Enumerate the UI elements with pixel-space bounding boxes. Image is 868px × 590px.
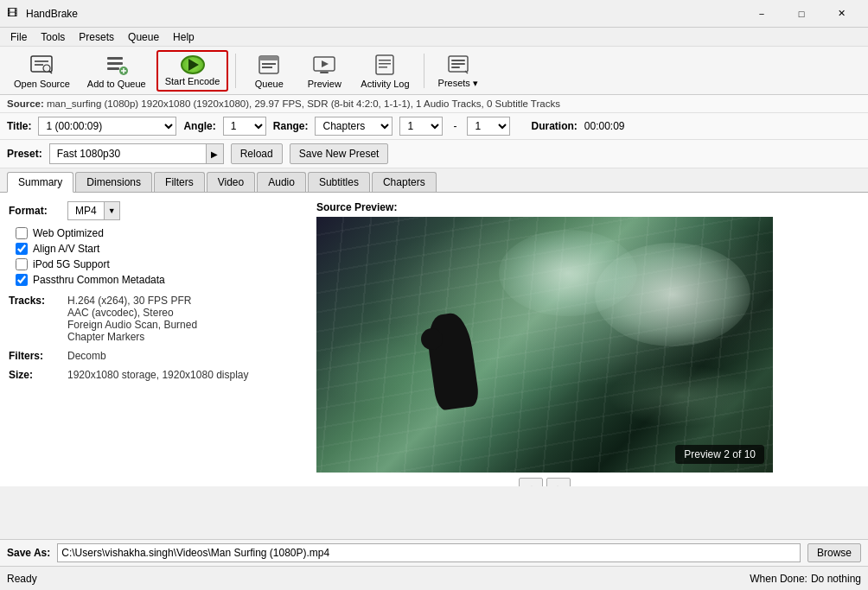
range-label: Range: (273, 120, 309, 132)
svg-point-1 (43, 65, 50, 72)
title-select[interactable]: 1 (00:00:09) (38, 117, 176, 136)
tab-chapters[interactable]: Chapters (372, 172, 437, 192)
save-new-preset-button[interactable]: Save New Preset (290, 143, 389, 164)
start-encode-icon (181, 55, 205, 74)
source-filename: man_surfing (1080p) (47, 98, 138, 109)
add-to-queue-button[interactable]: Add to Queue (80, 50, 153, 92)
save-as-input[interactable] (57, 543, 801, 562)
preview-area: Source Preview: Preview 2 of 10 ‹ › (316, 201, 859, 486)
when-done-label: When Done: (750, 573, 807, 585)
add-to-queue-label: Add to Queue (87, 79, 146, 89)
main-content: Format: MP4 ▼ Web Optimized Align A/V St… (0, 193, 868, 486)
title-row: Title: 1 (00:00:09) Angle: 1 Range: Chap… (0, 113, 868, 140)
duration-label: Duration: (531, 120, 577, 132)
tab-dimensions[interactable]: Dimensions (75, 172, 152, 192)
ipod-5g-label: iPod 5G Support (33, 258, 110, 270)
preview-prev-button[interactable]: ‹ (519, 478, 543, 486)
menu-queue[interactable]: Queue (121, 29, 166, 45)
reload-button[interactable]: Reload (231, 143, 283, 164)
toolbar: Open Source Add to Queue Start Encode (0, 47, 868, 95)
save-as-label: Save As: (7, 547, 50, 559)
filters-value: Decomb (67, 350, 106, 362)
svg-rect-13 (376, 55, 393, 74)
svg-rect-12 (320, 72, 329, 73)
svg-rect-14 (379, 60, 391, 61)
align-av-checkbox[interactable] (16, 243, 28, 255)
minimize-button[interactable]: − (742, 0, 782, 28)
preset-value[interactable]: Fast 1080p30 (50, 146, 206, 162)
track-4: Chapter Markers (67, 331, 197, 343)
ipod-5g-checkbox[interactable] (16, 258, 28, 270)
browse-button[interactable]: Browse (807, 543, 861, 562)
size-row: Size: 1920x1080 storage, 1920x1080 displ… (9, 369, 303, 381)
open-source-button[interactable]: Open Source (7, 50, 77, 92)
preview-icon (312, 53, 336, 77)
size-value: 1920x1080 storage, 1920x1080 display (67, 369, 249, 381)
checkboxes-group: Web Optimized Align A/V Start iPod 5G Su… (9, 227, 303, 286)
web-optimized-row: Web Optimized (16, 227, 303, 239)
maximize-button[interactable]: □ (782, 0, 821, 28)
range-separator: - (450, 120, 460, 132)
tabs-bar: Summary Dimensions Filters Video Audio S… (0, 168, 868, 193)
start-encode-button[interactable]: Start Encode (156, 50, 229, 92)
when-done-value[interactable]: Do nothing (811, 573, 861, 585)
svg-marker-11 (322, 60, 329, 67)
queue-label: Queue (255, 79, 284, 89)
track-2: AAC (avcodec), Stereo (67, 307, 197, 319)
passthru-checkbox[interactable] (16, 274, 28, 286)
open-source-label: Open Source (14, 79, 70, 89)
angle-select[interactable]: 1 (223, 117, 266, 136)
range-from-select[interactable]: 1 (399, 117, 443, 136)
tab-filters[interactable]: Filters (154, 172, 205, 192)
when-done-section: When Done: Do nothing (750, 573, 861, 585)
tab-audio[interactable]: Audio (257, 172, 306, 192)
presets-label: Presets ▾ (438, 78, 478, 89)
source-label: Source: (7, 98, 44, 109)
preview-image: Preview 2 of 10 (316, 217, 773, 473)
queue-button[interactable]: Queue (243, 50, 295, 92)
range-type-select[interactable]: Chapters (315, 117, 393, 136)
tracks-row: Tracks: H.264 (x264), 30 FPS PFR AAC (av… (9, 295, 303, 343)
activity-log-icon (373, 53, 397, 77)
svg-rect-7 (259, 56, 278, 60)
app-icon: 🎞 (7, 7, 21, 21)
format-dropdown-button[interactable]: ▼ (104, 202, 119, 219)
menu-file[interactable]: File (3, 29, 34, 45)
tab-video[interactable]: Video (207, 172, 255, 192)
add-to-queue-icon (105, 53, 129, 77)
format-row: Format: MP4 ▼ (9, 201, 303, 220)
svg-rect-2 (107, 57, 123, 60)
web-optimized-checkbox[interactable] (16, 227, 28, 239)
toolbar-separator-1 (235, 54, 236, 88)
toolbar-separator-2 (424, 54, 424, 88)
title-label: Title: (7, 120, 31, 132)
tab-subtitles[interactable]: Subtitles (308, 172, 370, 192)
close-button[interactable]: ✕ (821, 0, 861, 28)
presets-button[interactable]: Presets ▾ (431, 50, 485, 92)
range-to-select[interactable]: 1 (467, 117, 510, 136)
menu-presets[interactable]: Presets (72, 29, 121, 45)
menu-help[interactable]: Help (166, 29, 201, 45)
svg-rect-19 (451, 63, 465, 65)
source-details: 1920x1080 (1920x1080), 29.97 FPS, SDR (8… (141, 98, 560, 109)
format-value[interactable]: MP4 (68, 205, 104, 217)
passthru-label: Passthru Common Metadata (33, 274, 165, 286)
svg-rect-15 (379, 63, 391, 65)
source-info: Source: man_surfing (1080p) 1920x1080 (1… (0, 95, 868, 113)
angle-label: Angle: (183, 120, 215, 132)
svg-rect-18 (451, 60, 465, 61)
title-bar: 🎞 HandBrake − □ ✕ (0, 0, 868, 28)
tab-summary[interactable]: Summary (7, 172, 73, 193)
preview-next-button[interactable]: › (546, 478, 571, 486)
filters-label: Filters: (9, 350, 61, 362)
format-label: Format: (9, 205, 61, 217)
activity-log-button[interactable]: Activity Log (354, 50, 416, 92)
app-title: HandBrake (26, 8, 742, 20)
svg-rect-20 (451, 67, 460, 68)
status-bar: Ready When Done: Do nothing (0, 566, 868, 590)
preview-button[interactable]: Preview (298, 50, 350, 92)
ipod-5g-row: iPod 5G Support (16, 258, 303, 270)
preset-arrow-button[interactable]: ▶ (206, 144, 223, 163)
menu-tools[interactable]: Tools (34, 29, 72, 45)
preview-panel: Source Preview: Preview 2 of 10 ‹ › (316, 201, 859, 478)
